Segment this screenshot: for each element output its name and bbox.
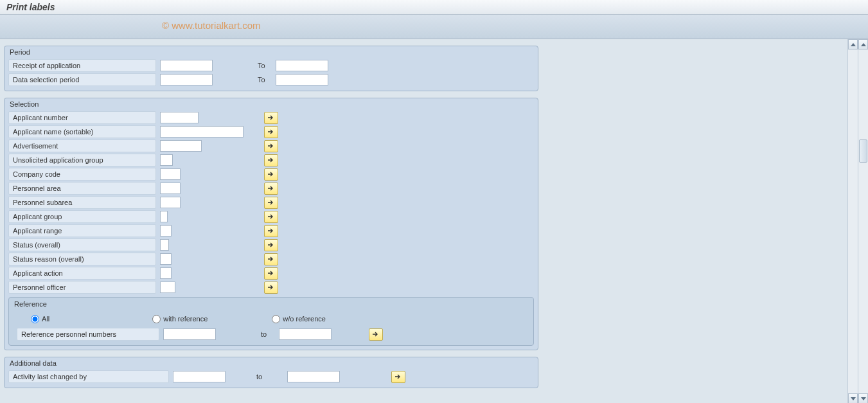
input-ref-pn-from[interactable] <box>163 328 216 340</box>
page-title: Print labels <box>0 0 868 15</box>
label-activity-last-changed-by: Activity last changed by <box>8 370 169 383</box>
group-additional-data: Additional data Activity last changed by… <box>4 357 538 388</box>
row-receipt-of-application: Receipt of application To <box>8 58 534 73</box>
radio-row-reference: All with reference w/o reference <box>17 312 526 326</box>
multiselect-button-applicant-name-sortable[interactable] <box>264 126 278 138</box>
row-applicant-range: Applicant range <box>8 224 534 238</box>
label-ref-to: to <box>261 330 275 338</box>
radio-reference-without-label: w/o reference <box>283 315 326 323</box>
scrollbar-outer[interactable] <box>847 39 858 403</box>
multiselect-button-advertisement[interactable] <box>264 140 278 152</box>
label-to-2: To <box>258 76 272 84</box>
multiselect-button-applicant-group[interactable] <box>264 211 278 223</box>
radio-reference-with[interactable]: with reference <box>152 315 208 323</box>
label-receipt-of-application: Receipt of application <box>8 59 156 72</box>
group-selection-title: Selection <box>4 98 538 111</box>
input-data-sel-to[interactable] <box>276 74 328 85</box>
input-personnel-subarea[interactable] <box>160 197 181 208</box>
row-personnel-subarea: Personnel subarea <box>8 195 534 210</box>
row-advertisement: Advertisement <box>8 139 534 153</box>
input-receipt-to[interactable] <box>276 60 328 71</box>
radio-reference-with-input[interactable] <box>152 315 161 323</box>
multiselect-button-applicant-action[interactable] <box>264 267 278 280</box>
label-reference-personnel-numbers: Reference personnel numbers <box>17 328 159 341</box>
label-activity-to: to <box>256 373 270 381</box>
input-ref-pn-to[interactable] <box>279 328 332 340</box>
label-advertisement: Advertisement <box>8 139 156 152</box>
label-unsolicited-application-group: Unsolicited application group <box>8 154 156 166</box>
subgroup-reference-title: Reference <box>9 298 533 310</box>
radio-reference-without[interactable]: w/o reference <box>272 315 326 323</box>
multiselect-button-personnel-subarea[interactable] <box>264 197 278 209</box>
label-applicant-name-sortable: Applicant name (sortable) <box>8 125 156 138</box>
content-region: Period Receipt of application To Data se… <box>0 39 868 403</box>
input-applicant-range[interactable] <box>160 225 172 237</box>
label-company-code: Company code <box>8 168 156 181</box>
label-data-selection-period: Data selection period <box>8 73 156 86</box>
label-applicant-group: Applicant group <box>8 210 156 223</box>
scrollbar-inner[interactable] <box>858 39 868 403</box>
group-additional-title: Additional data <box>4 357 538 370</box>
label-applicant-action: Applicant action <box>8 267 156 280</box>
radio-reference-all-input[interactable] <box>31 315 39 323</box>
group-selection: Selection Applicant numberApplicant name… <box>4 98 538 350</box>
row-data-selection-period: Data selection period To <box>8 73 534 87</box>
radio-reference-all[interactable]: All <box>31 315 49 323</box>
multiselect-button-applicant-range[interactable] <box>264 225 278 237</box>
group-period: Period Receipt of application To Data se… <box>4 46 538 91</box>
row-status-overall: Status (overall) <box>8 238 534 252</box>
scroll-down-outer-icon[interactable] <box>848 393 858 403</box>
input-receipt-from[interactable] <box>160 60 213 71</box>
label-applicant-number: Applicant number <box>8 111 156 124</box>
row-personnel-officer: Personnel officer <box>8 280 534 294</box>
scrollbar-grip[interactable] <box>859 139 867 163</box>
input-status-overall[interactable] <box>160 239 169 251</box>
multiselect-button-company-code[interactable] <box>264 168 278 181</box>
label-applicant-range: Applicant range <box>8 224 156 237</box>
row-company-code: Company code <box>8 167 534 181</box>
subgroup-reference: Reference All with reference w/o referen… <box>8 297 534 346</box>
input-applicant-name-sortable[interactable] <box>160 126 244 138</box>
input-unsolicited-application-group[interactable] <box>160 154 173 166</box>
multiselect-button-status-overall[interactable] <box>264 239 278 251</box>
multiselect-button-status-reason-overall[interactable] <box>264 253 278 265</box>
group-period-title: Period <box>4 46 538 58</box>
input-company-code[interactable] <box>160 168 181 180</box>
row-applicant-number: Applicant number <box>8 111 534 125</box>
multiselect-button-activity[interactable] <box>391 371 405 383</box>
label-personnel-officer: Personnel officer <box>8 281 156 294</box>
multiselect-button-unsolicited-application-group[interactable] <box>264 154 278 166</box>
multiselect-button-applicant-number[interactable] <box>264 112 278 124</box>
scroll-up-outer-icon[interactable] <box>848 39 858 49</box>
radio-reference-with-label: with reference <box>163 315 208 323</box>
radio-reference-without-input[interactable] <box>272 315 280 323</box>
input-applicant-group[interactable] <box>160 211 168 222</box>
multiselect-button-personnel-area[interactable] <box>264 183 278 195</box>
input-personnel-officer[interactable] <box>160 282 175 293</box>
input-advertisement[interactable] <box>160 140 202 152</box>
scroll-down-icon[interactable] <box>858 393 868 403</box>
label-personnel-subarea: Personnel subarea <box>8 196 156 209</box>
radio-reference-all-label: All <box>42 315 49 323</box>
row-activity-last-changed-by: Activity last changed by to <box>8 370 534 384</box>
input-applicant-number[interactable] <box>160 112 199 123</box>
input-data-sel-from[interactable] <box>160 74 213 85</box>
row-applicant-action: Applicant action <box>8 266 534 280</box>
page-title-text: Print labels <box>6 2 55 12</box>
input-personnel-area[interactable] <box>160 183 181 194</box>
watermark-text: © www.tutorialkart.com <box>162 20 261 31</box>
scrollbar-track[interactable] <box>858 49 868 393</box>
input-applicant-action[interactable] <box>160 267 172 279</box>
label-status-reason-overall: Status reason (overall) <box>8 253 156 265</box>
row-personnel-area: Personnel area <box>8 181 534 195</box>
input-activity-from[interactable] <box>173 371 226 382</box>
row-reference-personnel-numbers: Reference personnel numbers to <box>17 327 526 341</box>
multiselect-button-personnel-officer[interactable] <box>264 282 278 294</box>
input-status-reason-overall[interactable] <box>160 253 172 265</box>
label-status-overall: Status (overall) <box>8 238 156 251</box>
row-applicant-group: Applicant group <box>8 210 534 224</box>
input-activity-to[interactable] <box>287 371 340 382</box>
scroll-up-icon[interactable] <box>858 39 868 49</box>
multiselect-button-ref-pn[interactable] <box>369 328 383 341</box>
row-applicant-name-sortable: Applicant name (sortable) <box>8 125 534 139</box>
